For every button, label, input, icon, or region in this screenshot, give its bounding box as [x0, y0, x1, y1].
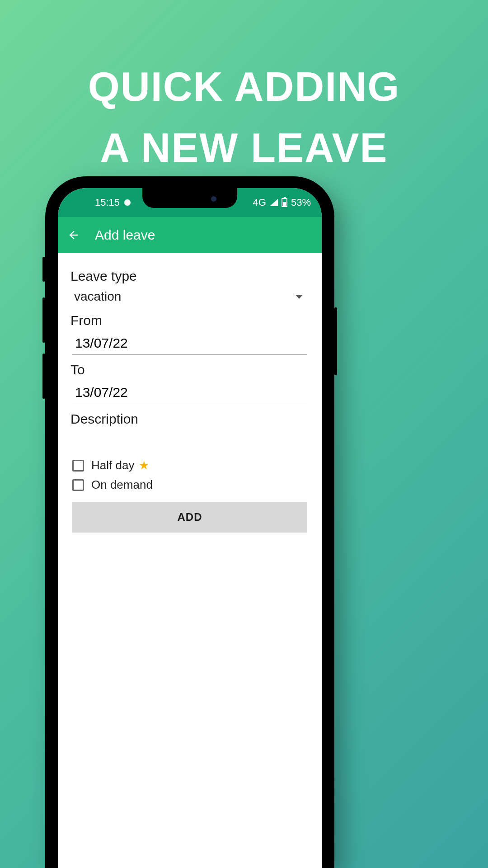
app-bar: Add leave — [58, 217, 322, 253]
app-bar-title: Add leave — [95, 227, 155, 243]
description-label: Description — [70, 411, 309, 427]
status-network: 4G — [253, 197, 266, 208]
from-date-input[interactable]: 13/07/22 — [72, 332, 307, 355]
half-day-checkbox[interactable] — [72, 460, 84, 472]
phone-bezel: 15:15 4G 53% Add leave — [58, 188, 322, 868]
leave-type-value: vacation — [74, 289, 121, 304]
battery-icon — [282, 198, 287, 207]
phone-side-button — [42, 257, 45, 282]
add-button[interactable]: ADD — [72, 502, 307, 533]
arrow-left-icon — [67, 229, 80, 241]
from-label: From — [70, 313, 309, 328]
on-demand-label: On demand — [91, 478, 153, 492]
half-day-label: Half day ★ — [91, 458, 149, 472]
to-label: To — [70, 362, 309, 377]
phone-frame: 15:15 4G 53% Add leave — [45, 176, 334, 868]
phone-notch — [142, 188, 237, 208]
on-demand-row[interactable]: On demand — [72, 478, 307, 492]
phone-screen: 15:15 4G 53% Add leave — [58, 188, 322, 868]
promo-line-2: A NEW LEAVE — [0, 118, 488, 179]
description-input[interactable] — [72, 430, 307, 451]
leave-type-dropdown[interactable]: vacation — [70, 288, 309, 308]
on-demand-checkbox[interactable] — [72, 479, 84, 491]
leave-type-label: Leave type — [70, 269, 309, 284]
signal-icon — [270, 199, 278, 206]
phone-volume-down — [42, 354, 45, 399]
status-battery: 53% — [291, 197, 311, 208]
chevron-down-icon — [296, 295, 303, 299]
promo-line-1: QUICK ADDING — [0, 57, 488, 118]
status-left: 15:15 — [95, 197, 131, 208]
star-icon: ★ — [139, 458, 149, 472]
status-right: 4G 53% — [253, 197, 311, 208]
half-day-text: Half day — [91, 458, 134, 472]
to-date-input[interactable]: 13/07/22 — [72, 381, 307, 404]
status-dot-icon — [124, 199, 131, 206]
add-leave-form: Leave type vacation From 13/07/22 To 13/… — [58, 253, 322, 533]
promo-headline: QUICK ADDING A NEW LEAVE — [0, 57, 488, 179]
phone-power-button — [334, 307, 337, 375]
status-time: 15:15 — [95, 197, 120, 208]
phone-volume-up — [42, 297, 45, 343]
half-day-row[interactable]: Half day ★ — [72, 458, 307, 472]
back-button[interactable] — [67, 228, 80, 242]
